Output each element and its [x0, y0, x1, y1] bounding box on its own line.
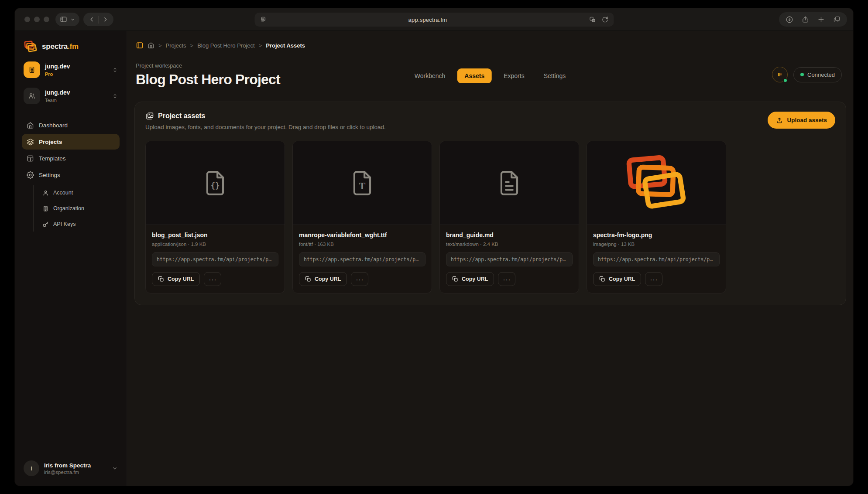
users-icon	[28, 92, 36, 100]
breadcrumb-separator: >	[259, 42, 262, 49]
home-icon[interactable]	[148, 42, 154, 49]
account-switcher-team[interactable]: jung.dev Team	[22, 87, 120, 105]
new-tab-button[interactable]	[814, 12, 828, 27]
sidebar-item-organization[interactable]: Organization	[40, 201, 120, 216]
layers-icon	[27, 138, 34, 146]
ellipsis-icon: ···	[650, 276, 658, 283]
chevron-left-icon	[89, 16, 95, 23]
asset-card-json: {} blog_post_list.json application/json …	[145, 141, 285, 293]
org-avatar	[24, 61, 40, 78]
copy-url-button[interactable]: Copy URL	[152, 272, 200, 286]
asset-thumbnail[interactable]: {}	[146, 141, 285, 225]
tab-overview-button[interactable]	[830, 12, 844, 27]
status-label: Connected	[807, 72, 835, 78]
asset-url-field[interactable]: https://app.spectra.fm/api/projects/p…	[446, 252, 573, 266]
asset-thumbnail[interactable]: T	[293, 141, 432, 225]
ellipsis-icon: ···	[503, 276, 511, 283]
share-icon	[802, 16, 809, 23]
spectra-logo-image	[623, 154, 690, 212]
asset-thumbnail[interactable]	[440, 141, 579, 225]
asset-card-markdown: brand_guide.md text/markdown · 2.4 KB ht…	[439, 141, 579, 293]
panel-subtitle: Upload images, fonts, and documents for …	[145, 124, 386, 130]
panel-title: Project assets	[158, 112, 206, 120]
ellipsis-icon: ···	[356, 276, 364, 283]
asset-meta: font/ttf · 163 KB	[299, 242, 425, 247]
user-icon	[42, 190, 49, 196]
download-icon	[786, 16, 793, 24]
sidebar-item-api-keys[interactable]: API Keys	[40, 217, 120, 232]
copy-icon	[599, 276, 605, 282]
user-email: iris@spectra.fm	[44, 470, 91, 475]
breadcrumb-separator: >	[190, 42, 194, 49]
brand-name: spectra.fm	[42, 42, 79, 51]
share-button[interactable]	[798, 12, 812, 27]
zoom-window-button[interactable]	[44, 17, 49, 22]
sidebar-item-dashboard[interactable]: Dashboard	[22, 117, 120, 133]
upload-assets-button[interactable]: Upload assets	[768, 112, 835, 129]
sidebar-item-projects[interactable]: Projects	[22, 134, 120, 150]
translate-icon[interactable]	[589, 16, 596, 23]
breadcrumb-item-project[interactable]: Blog Post Hero Project	[197, 42, 255, 49]
workspace-avatar[interactable]: IF	[772, 67, 788, 82]
reload-icon[interactable]	[601, 16, 608, 23]
asset-url-field[interactable]: https://app.spectra.fm/api/projects/p…	[299, 252, 425, 266]
reader-options-icon[interactable]	[260, 16, 267, 23]
sidebar-item-label: Settings	[39, 172, 60, 178]
url-text: app.spectra.fm	[267, 17, 589, 23]
sidebar-item-templates[interactable]: Templates	[22, 150, 120, 166]
spectra-logo-icon	[24, 41, 38, 53]
sidebar-item-label: Projects	[39, 139, 62, 145]
app-sidebar: spectra.fm jung.dev Pro jung.dev Tea	[15, 31, 127, 486]
breadcrumb: > Projects > Blog Post Hero Project > Pr…	[127, 31, 853, 49]
asset-meta: application/json · 1.9 KB	[152, 242, 278, 247]
asset-thumbnail[interactable]	[587, 141, 726, 225]
panel-toggle-icon[interactable]	[136, 41, 144, 49]
ellipsis-icon: ···	[209, 276, 216, 283]
svg-text:T: T	[359, 180, 366, 191]
breadcrumb-item-projects[interactable]: Projects	[166, 42, 186, 49]
asset-url-field[interactable]: https://app.spectra.fm/api/projects/p…	[593, 252, 720, 266]
sidebar-item-account[interactable]: Account	[40, 185, 120, 200]
copy-url-button[interactable]: Copy URL	[593, 272, 641, 286]
more-actions-button[interactable]: ···	[645, 272, 662, 286]
breadcrumb-separator: >	[158, 42, 162, 49]
avatar: I	[24, 460, 39, 476]
more-actions-button[interactable]: ···	[204, 272, 221, 286]
gear-icon	[27, 171, 34, 179]
tabs-icon	[833, 16, 841, 23]
plus-icon	[817, 16, 825, 23]
assets-panel: Project assets Upload images, fonts, and…	[134, 102, 846, 305]
online-dot	[783, 78, 788, 83]
chevron-down-icon	[70, 17, 75, 22]
tab-settings[interactable]: Settings	[536, 68, 573, 83]
page-header: Project workspace Blog Post Hero Project…	[127, 62, 853, 90]
sidebar-toggle-button[interactable]	[55, 13, 79, 26]
chevron-down-icon	[112, 465, 118, 471]
tab-exports[interactable]: Exports	[496, 68, 532, 83]
chevron-updown-icon	[112, 67, 118, 73]
current-user-menu[interactable]: I Iris from Spectra iris@spectra.fm	[22, 458, 120, 479]
address-bar[interactable]: app.spectra.fm	[254, 13, 614, 27]
browser-toolbar: app.spectra.fm	[15, 8, 853, 31]
more-actions-button[interactable]: ···	[351, 272, 368, 286]
chevron-updown-icon	[112, 93, 118, 99]
copy-url-button[interactable]: Copy URL	[446, 272, 494, 286]
forward-button[interactable]	[99, 13, 112, 26]
browser-window: app.spectra.fm spectra.fm	[14, 8, 854, 486]
sidebar-icon	[60, 16, 67, 23]
asset-url-field[interactable]: https://app.spectra.fm/api/projects/p…	[152, 252, 278, 266]
back-button[interactable]	[85, 13, 98, 26]
sidebar-item-label: Account	[53, 190, 73, 196]
brand-logo: spectra.fm	[22, 41, 120, 53]
minimize-window-button[interactable]	[34, 17, 40, 22]
chevron-right-icon	[102, 16, 109, 23]
downloads-button[interactable]	[782, 12, 796, 27]
more-actions-button[interactable]: ···	[498, 272, 515, 286]
copy-url-button[interactable]: Copy URL	[299, 272, 347, 286]
sidebar-item-settings[interactable]: Settings	[22, 167, 120, 183]
account-switcher-pro[interactable]: jung.dev Pro	[22, 61, 120, 79]
tab-assets[interactable]: Assets	[457, 68, 492, 83]
tab-workbench[interactable]: Workbench	[407, 68, 453, 83]
close-window-button[interactable]	[24, 17, 30, 22]
team-avatar	[24, 88, 40, 104]
